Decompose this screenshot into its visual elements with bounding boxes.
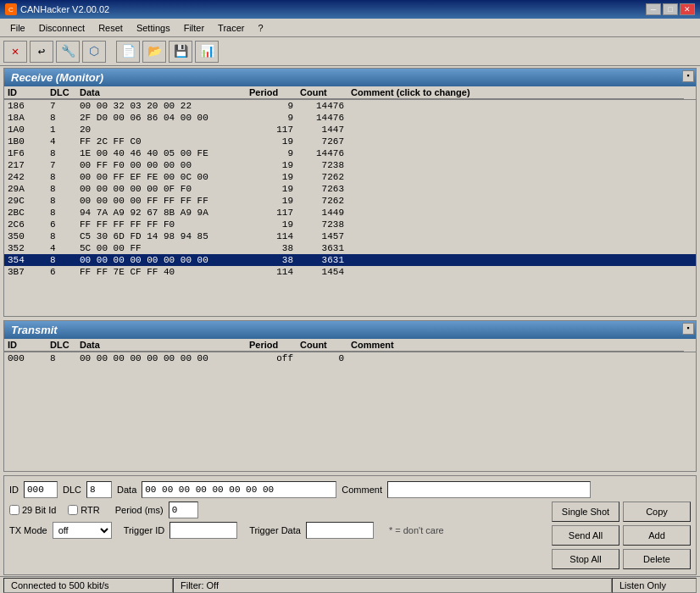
rx-comment-cell[interactable] (347, 112, 696, 124)
close-btn[interactable]: ✕ (680, 3, 695, 15)
triggerid-label: Trigger ID (124, 525, 165, 535)
rx-comment-cell[interactable] (347, 242, 696, 254)
copy-btn[interactable]: Copy (623, 502, 691, 522)
wrench-btn[interactable]: 🔧 (56, 41, 80, 63)
receive-table-row[interactable]: 2BC 8 94 7A A9 92 67 8B A9 9A 117 1449 (4, 207, 696, 219)
rx-comment-cell[interactable] (347, 266, 696, 278)
menu-bar: File Disconnect Reset Settings Filter Tr… (0, 19, 700, 37)
txmode-select[interactable]: off periodic triggered (53, 522, 112, 539)
rx-count-cell: 7238 (297, 219, 347, 230)
stop-btn[interactable]: ✕ (3, 41, 27, 63)
menu-help[interactable]: ? (251, 21, 269, 35)
rx-period-cell: 117 (246, 124, 297, 136)
rx-period-cell: 19 (246, 136, 297, 147)
menu-filter[interactable]: Filter (177, 21, 211, 35)
maximize-btn[interactable]: □ (663, 3, 678, 15)
data-input[interactable] (142, 481, 336, 498)
rtr-checkbox[interactable] (68, 505, 78, 515)
receive-table-row[interactable]: 2C6 6 FF FF FF FF FF F0 19 7238 (4, 219, 696, 230)
receive-table-row[interactable]: 217 7 00 FF F0 00 00 00 00 19 7238 (4, 159, 696, 171)
rx-period-cell: 114 (246, 266, 297, 278)
trigger-data-input[interactable] (306, 522, 374, 539)
rx-comment-cell[interactable] (347, 219, 696, 230)
delete-btn[interactable]: Delete (623, 549, 691, 569)
rx-count-cell: 7238 (297, 159, 347, 171)
col-header-dlc: DLC (47, 86, 76, 99)
transmit-minimize-btn[interactable]: ▪ (682, 323, 694, 335)
rx-comment-cell[interactable] (347, 195, 696, 207)
rx-id-cell: 1B0 (4, 136, 47, 147)
id-input[interactable] (24, 481, 58, 498)
menu-settings[interactable]: Settings (130, 21, 177, 35)
trigger-id-input[interactable] (169, 522, 237, 539)
rx-data-cell: 5C 00 00 FF (76, 242, 246, 254)
receive-table: 186 7 00 00 32 03 20 00 22 9 14476 18A 8… (4, 100, 696, 278)
col-header-id: ID (4, 86, 47, 99)
rx-comment-cell[interactable] (347, 171, 696, 183)
bit29-checkbox[interactable] (9, 505, 19, 515)
rx-comment-cell[interactable] (347, 230, 696, 242)
menu-reset[interactable]: Reset (92, 21, 130, 35)
receive-table-row[interactable]: 1B0 4 FF 2C FF C0 19 7267 (4, 136, 696, 147)
receive-table-row[interactable]: 350 8 C5 30 6D FD 14 98 94 85 114 1457 (4, 230, 696, 242)
receive-table-row[interactable]: 354 8 00 00 00 00 00 00 00 00 38 3631 (4, 254, 696, 266)
rx-comment-cell[interactable] (347, 159, 696, 171)
receive-minimize-btn[interactable]: ▪ (682, 70, 694, 82)
rx-count-cell: 14476 (297, 147, 347, 159)
rx-count-cell: 7267 (297, 136, 347, 147)
rx-comment-cell[interactable] (347, 124, 696, 136)
tx-col-header-count: Count (297, 339, 347, 352)
save-file-btn[interactable]: 💾 (169, 41, 192, 63)
receive-table-row[interactable]: 352 4 5C 00 00 FF 38 3631 (4, 242, 696, 254)
menu-disconnect[interactable]: Disconnect (32, 21, 92, 35)
rx-comment-cell[interactable] (347, 207, 696, 219)
rx-id-cell: 29A (4, 183, 47, 195)
receive-table-row[interactable]: 1A0 1 20 117 1447 (4, 124, 696, 136)
comment-input[interactable] (387, 481, 591, 498)
period-input[interactable] (169, 502, 198, 518)
id-label: ID (9, 485, 19, 495)
rx-period-cell: 38 (246, 242, 297, 254)
receive-table-scroll[interactable]: 186 7 00 00 32 03 20 00 22 9 14476 18A 8… (4, 100, 696, 316)
transmit-table-row[interactable]: 000 8 00 00 00 00 00 00 00 00 off 0 (4, 352, 696, 364)
receive-table-row[interactable]: 3B7 6 FF FF 7E CF FF 40 114 1454 (4, 266, 696, 278)
menu-file[interactable]: File (3, 21, 32, 35)
rx-dlc-cell: 8 (47, 254, 76, 266)
receive-table-row[interactable]: 29C 8 00 00 00 00 FF FF FF FF 19 7262 (4, 195, 696, 207)
rx-comment-cell[interactable] (347, 147, 696, 159)
tx-count-cell: 0 (297, 352, 347, 364)
send-all-btn[interactable]: Send All (552, 525, 619, 546)
rx-comment-cell[interactable] (347, 100, 696, 112)
export-btn[interactable]: 📊 (195, 41, 219, 63)
filter-btn[interactable]: ⬡ (82, 41, 106, 63)
rx-data-cell: 20 (76, 124, 246, 136)
tx-comment-cell[interactable] (347, 352, 696, 364)
rtr-checkbox-wrap[interactable]: RTR (68, 505, 99, 515)
rx-comment-cell[interactable] (347, 136, 696, 147)
receive-table-row[interactable]: 29A 8 00 00 00 00 00 0F F0 19 7263 (4, 183, 696, 195)
rx-dlc-cell: 8 (47, 183, 76, 195)
bit29-label: 29 Bit Id (22, 505, 56, 515)
receive-table-row[interactable]: 18A 8 2F D0 00 06 86 04 00 00 9 14476 (4, 112, 696, 124)
transmit-table-scroll[interactable]: 000 8 00 00 00 00 00 00 00 00 off 0 (4, 352, 696, 471)
new-file-btn[interactable]: 📄 (116, 41, 140, 63)
bit29-checkbox-wrap[interactable]: 29 Bit Id (9, 505, 56, 515)
col-header-period: Period (246, 86, 297, 99)
rx-dlc-cell: 8 (47, 112, 76, 124)
undo-btn[interactable]: ↩ (30, 41, 53, 63)
open-file-btn[interactable]: 📂 (142, 41, 166, 63)
col-header-comment: Comment (click to change) (347, 86, 684, 99)
menu-tracer[interactable]: Tracer (211, 21, 251, 35)
rx-comment-cell[interactable] (347, 183, 696, 195)
receive-table-row[interactable]: 242 8 00 00 FF EF FE 00 0C 00 19 7262 (4, 171, 696, 183)
receive-table-row[interactable]: 1F6 8 1E 00 40 46 40 05 00 FE 9 14476 (4, 147, 696, 159)
dlc-input[interactable] (86, 481, 112, 498)
receive-table-row[interactable]: 186 7 00 00 32 03 20 00 22 9 14476 (4, 100, 696, 112)
rx-comment-cell[interactable] (347, 254, 696, 266)
add-btn[interactable]: Add (623, 525, 691, 546)
rx-period-cell: 19 (246, 195, 297, 207)
single-shot-btn[interactable]: Single Shot (552, 502, 619, 522)
stop-all-btn[interactable]: Stop All (552, 549, 619, 569)
minimize-btn[interactable]: ─ (646, 3, 661, 15)
app-title: CANHacker V2.00.02 (20, 4, 109, 14)
